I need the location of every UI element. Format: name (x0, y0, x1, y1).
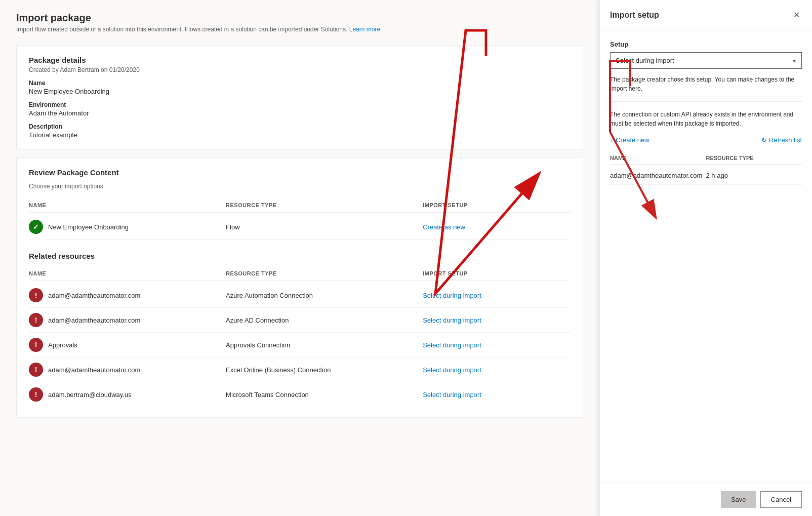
related-table-row: ! adam@adamtheautomator.com Azure Automa… (29, 283, 571, 308)
related-col-resource-type-header: RESOURCE TYPE (226, 270, 423, 276)
info-text-1: The package creator chose this setup. Yo… (610, 75, 802, 93)
main-table-header: NAME RESOURCE TYPE IMPORT SETUP (29, 198, 571, 213)
related-item-name: Approvals (48, 341, 77, 349)
select-during-import-link[interactable]: Select during import (423, 316, 571, 324)
panel-col-name: NAME (610, 155, 706, 161)
warning-icon: ! (29, 387, 43, 402)
info-text-2: The connection or custom API already exi… (610, 110, 802, 128)
related-item-name: adam@adamtheautomator.com (48, 366, 140, 374)
refresh-list-button[interactable]: ↻ Refresh list (761, 136, 802, 144)
item-resource-type: Flow (226, 223, 423, 231)
related-resources-title: Related resources (29, 252, 571, 260)
select-during-import-link[interactable]: Select during import (423, 292, 571, 299)
related-item-resource-type: Azure Automation Connection (226, 292, 423, 299)
panel-col-resource-type: RESOURCE TYPE (706, 155, 802, 161)
page-title: Import package (16, 12, 583, 24)
environment-label: Environment (29, 101, 571, 108)
related-table-row: ! adam.bertram@cloudway.us Microsoft Tea… (29, 382, 571, 407)
import-setup-panel: Import setup ✕ Setup Select during impor… (599, 0, 812, 516)
related-col-name-header: NAME (29, 270, 226, 276)
create-new-button[interactable]: + Create new (610, 136, 649, 144)
cancel-button[interactable]: Cancel (760, 491, 802, 508)
warning-icon: ! (29, 338, 43, 352)
setup-select-wrapper[interactable]: Select during import Create as new Use e… (610, 52, 802, 69)
name-label: Name (29, 80, 571, 87)
action-row: + Create new ↻ Refresh list (610, 136, 802, 144)
related-table-row: ! adam@adamtheautomator.com Excel Online… (29, 358, 571, 382)
refresh-icon: ↻ (761, 136, 767, 144)
related-table-row: ! adam@adamtheautomator.com Azure AD Con… (29, 308, 571, 333)
environment-value: Adam the Automator (29, 109, 571, 117)
col-resource-type-header: RESOURCE TYPE (226, 202, 423, 208)
related-item-resource-type: Azure AD Connection (226, 316, 423, 324)
related-item-resource-type: Microsoft Teams Connection (226, 391, 423, 399)
item-name: New Employee Onboarding (48, 223, 129, 231)
setup-label: Setup (610, 41, 802, 48)
connection-name: adam@adamtheautomator.com (610, 172, 706, 179)
created-by: Created by Adam Bertram on 01/20/2020 (29, 66, 571, 73)
panel-title: Import setup (610, 11, 659, 20)
warning-icon: ! (29, 288, 43, 302)
related-col-import-setup-header: IMPORT SETUP (423, 270, 571, 276)
warning-icon: ! (29, 363, 43, 377)
related-item-name: adam@adamtheautomator.com (48, 316, 140, 324)
col-name-header: NAME (29, 202, 226, 208)
table-row: ✓ New Employee Onboarding Flow Create as… (29, 215, 571, 240)
related-item-resource-type: Excel Online (Business) Connection (226, 366, 423, 374)
select-during-import-link[interactable]: Select during import (423, 341, 571, 349)
panel-header: Import setup ✕ (600, 0, 812, 30)
panel-table-header: NAME RESOURCE TYPE (610, 152, 802, 165)
related-table-row: ! Approvals Approvals Connection Select … (29, 333, 571, 358)
related-item-name: adam.bertram@cloudway.us (48, 391, 132, 399)
review-section-subtitle: Choose your import options. (29, 183, 571, 190)
description-label: Description (29, 123, 571, 130)
panel-body: Setup Select during import Create as new… (600, 30, 812, 483)
review-section-title: Review Package Content (29, 168, 571, 177)
close-button[interactable]: ✕ (791, 8, 802, 22)
col-import-setup-header: IMPORT SETUP (423, 202, 571, 208)
refresh-list-label: Refresh list (769, 136, 802, 144)
panel-footer: Save Cancel (600, 483, 812, 516)
related-table-header: NAME RESOURCE TYPE IMPORT SETUP (29, 266, 571, 281)
select-during-import-link[interactable]: Select during import (423, 391, 571, 399)
panel-connection-row: adam@adamtheautomator.com 2 h ago (610, 167, 802, 185)
related-item-name: adam@adamtheautomator.com (48, 292, 140, 299)
description-value: Tutorial example (29, 131, 571, 139)
page-subtitle: Import flow created outside of a solutio… (16, 26, 583, 33)
save-button[interactable]: Save (721, 491, 756, 508)
related-item-resource-type: Approvals Connection (226, 341, 423, 349)
name-value: New Employee Onboarding (29, 88, 571, 95)
left-panel: Import package Import flow created outsi… (0, 0, 599, 516)
select-during-import-link[interactable]: Select during import (423, 366, 571, 374)
connection-time: 2 h ago (706, 172, 802, 179)
learn-more-link[interactable]: Learn more (349, 26, 380, 33)
setup-select[interactable]: Select during import Create as new Use e… (610, 52, 802, 69)
package-details-section: Package details Created by Adam Bertram … (16, 45, 583, 149)
review-section: Review Package Content Choose your impor… (16, 157, 583, 418)
warning-icon: ! (29, 313, 43, 327)
check-icon: ✓ (29, 220, 43, 234)
create-as-new-link[interactable]: Create as new (423, 223, 571, 231)
divider (610, 101, 802, 102)
package-details-title: Package details (29, 56, 571, 64)
